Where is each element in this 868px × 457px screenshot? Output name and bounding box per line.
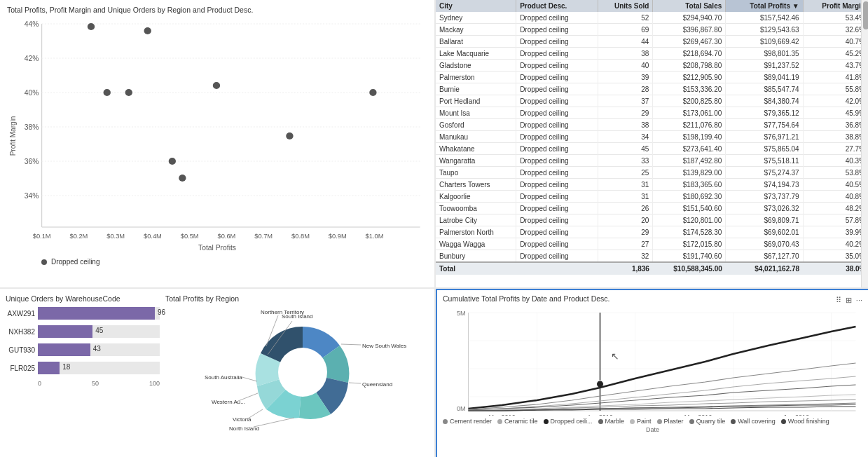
table-row: Port HedlandDropped ceiling37$200,825.80…	[436, 95, 868, 107]
svg-text:$0.1M: $0.1M	[33, 233, 51, 240]
legend-dot	[630, 419, 635, 424]
svg-text:$0.9M: $0.9M	[329, 233, 347, 240]
expand-icon[interactable]: ⊞	[846, 296, 852, 305]
legend-item: Cement render	[443, 418, 492, 425]
svg-point-29	[125, 89, 132, 96]
table-row: BallaratDropped ceiling44$269,467.30$109…	[436, 36, 868, 48]
svg-text:Jun 2016: Jun 2016	[783, 414, 809, 416]
svg-point-26	[88, 23, 95, 30]
bar-row: AXW291 96	[6, 307, 160, 320]
legend-label: Marble	[605, 418, 625, 425]
svg-text:34%: 34%	[25, 192, 39, 200]
svg-text:36%: 36%	[25, 158, 39, 165]
dashboard: Total Profits, Profit Margin and Unique …	[0, 0, 868, 457]
svg-text:New South Wales: New South Wales	[362, 343, 406, 349]
legend-dot	[731, 419, 736, 424]
col-product[interactable]: Product Desc.	[516, 0, 598, 12]
svg-text:40%: 40%	[25, 89, 39, 97]
scatter-plot-panel: Total Profits, Profit Margin and Unique …	[0, 0, 434, 287]
svg-line-40	[349, 383, 361, 383]
table-row: Lake MacquarieDropped ceiling38$218,694.…	[436, 48, 868, 60]
scatter-area: 44% 42% 40% 38% 36% 34% $0.1M $0.2M $0.3…	[7, 17, 427, 269]
svg-point-32	[179, 175, 186, 182]
data-table-panel[interactable]: City Product Desc. Units Sold Total Sale…	[436, 0, 868, 287]
svg-text:Northern Territory: Northern Territory	[261, 309, 304, 315]
svg-text:$0.6M: $0.6M	[218, 233, 236, 240]
table-row: MackayDropped ceiling69$396,867.80$129,5…	[436, 24, 868, 36]
svg-text:5M: 5M	[457, 310, 466, 317]
scatter-legend-label: Dropped ceiling	[51, 258, 100, 266]
donut-chart-section: Total Profits by Region	[163, 294, 434, 453]
legend-item: Dropped ceili...	[544, 418, 593, 425]
svg-text:$0.2M: $0.2M	[69, 233, 88, 240]
bar-fill	[38, 307, 155, 320]
legend-dot	[657, 419, 662, 424]
col-sales[interactable]: Total Sales	[653, 0, 726, 12]
svg-text:0M: 0M	[457, 405, 466, 412]
svg-point-30	[213, 82, 220, 89]
more-icon[interactable]: ···	[856, 296, 862, 305]
table-row: WhakataneDropped ceiling45$273,641.40$75…	[436, 143, 868, 155]
legend-label: Cement render	[450, 418, 492, 425]
col-margin[interactable]: Profit Margin	[803, 0, 868, 12]
bar-fill	[38, 325, 92, 338]
svg-point-28	[104, 89, 111, 96]
bar-track: 45	[38, 325, 160, 338]
svg-text:42%: 42%	[25, 55, 39, 62]
legend-item: Paint	[630, 418, 652, 425]
donut-title: Total Profits by Region	[165, 294, 434, 303]
legend-dot	[497, 419, 502, 424]
legend-dot	[781, 419, 786, 424]
col-city[interactable]: City	[436, 0, 516, 12]
svg-text:Victoria: Victoria	[233, 416, 252, 423]
bar-row: GUT930 43	[6, 343, 160, 356]
svg-text:$0.8M: $0.8M	[291, 233, 310, 240]
legend-dot	[443, 419, 448, 424]
drag-handle-icon[interactable]: ⠿	[836, 296, 841, 305]
table-row: KalgoorlieDropped ceiling31$180,692.30$7…	[436, 191, 868, 203]
legend-label: Ceramic tile	[504, 418, 538, 425]
svg-point-35	[41, 259, 47, 265]
legend-dot	[598, 419, 603, 424]
panel-controls: ⠿ ⊞ ···	[836, 296, 862, 305]
svg-text:May 2016: May 2016	[684, 414, 712, 416]
table-row: BunburyDropped ceiling32$191,740.60$67,1…	[436, 250, 868, 263]
scatter-title: Total Profits, Profit Margin and Unique …	[7, 6, 427, 14]
table-row: Mount IsaDropped ceiling29$173,061.00$79…	[436, 107, 868, 119]
legend-item: Ceramic tile	[497, 418, 538, 425]
svg-text:Western Au...: Western Au...	[212, 399, 245, 405]
svg-text:Mar 2016: Mar 2016	[488, 414, 515, 416]
legend-label: Wood finishing	[788, 418, 829, 425]
col-units[interactable]: Units Sold	[598, 0, 652, 12]
svg-text:$0.4M: $0.4M	[144, 233, 162, 240]
svg-text:38%: 38%	[25, 123, 39, 131]
scatter-svg: 44% 42% 40% 38% 36% 34% $0.1M $0.2M $0.3…	[7, 17, 427, 255]
line-chart-panel: Cumulative Total Profits by Date and Pro…	[436, 289, 868, 457]
legend-item: Quarry tile	[689, 418, 726, 425]
svg-point-31	[169, 158, 176, 165]
svg-text:Profit Margin: Profit Margin	[9, 116, 17, 156]
svg-point-34	[369, 89, 376, 96]
svg-point-27	[144, 27, 151, 34]
table-row: Wagga WaggaDropped ceiling27$172,015.80$…	[436, 238, 868, 250]
scroll-bar[interactable]	[861, 0, 868, 287]
bottom-left-panel: Unique Orders by WarehouseCode AXW291 96…	[0, 289, 434, 457]
line-chart-title: Cumulative Total Profits by Date and Pro…	[443, 294, 610, 303]
legend-label: Plaster	[664, 418, 684, 425]
legend-dot	[689, 419, 694, 424]
scroll-thumb[interactable]	[863, 1, 869, 29]
legend-label: Quarry tile	[696, 418, 726, 425]
scatter-legend: Dropped ceiling	[41, 258, 427, 266]
bar-track: 18	[38, 362, 160, 374]
svg-point-36	[278, 348, 327, 397]
line-chart-legend: Cement render Ceramic tile Dropped ceili…	[443, 418, 862, 425]
svg-text:$0.7M: $0.7M	[254, 233, 273, 240]
svg-text:South Australia: South Australia	[205, 374, 242, 381]
line-svg: 5M 0M Mar 2016 Apr 2016 May 2016 J	[443, 307, 862, 416]
col-profits[interactable]: Total Profits ▼	[726, 0, 803, 12]
table-row: PalmerstonDropped ceiling39$212,905.90$8…	[436, 71, 868, 83]
bar-track: 43	[38, 343, 160, 356]
legend-item: Plaster	[657, 418, 684, 425]
svg-text:Total Profits: Total Profits	[198, 244, 236, 252]
svg-line-38	[341, 344, 361, 345]
